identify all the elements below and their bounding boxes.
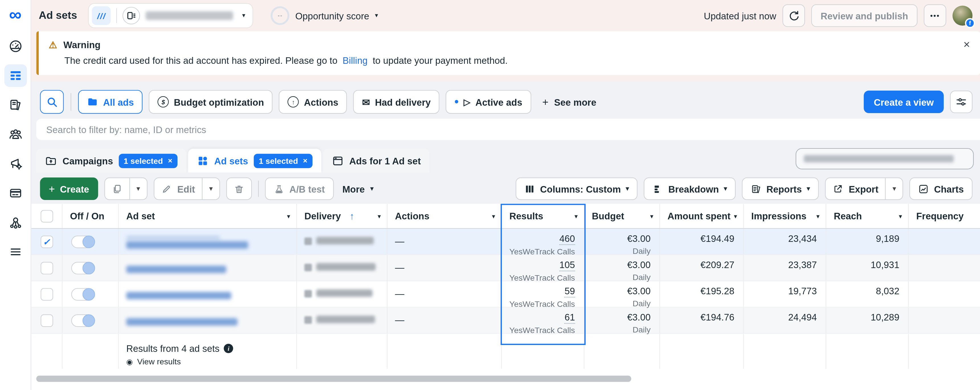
export-button-group: Export ▾ [825,177,904,200]
opportunity-score[interactable]: -- Opportunity score ▾ [271,6,378,25]
close-icon[interactable]: × [964,39,970,50]
reports-button[interactable]: Reports ▾ [742,177,819,200]
results-value-link[interactable]: 460 [559,232,575,245]
more-options-button[interactable]: ••• [924,4,947,27]
more-label: More [342,183,365,194]
campaigns-selected-badge[interactable]: 1 selected × [119,154,178,168]
ad-set-toggle[interactable] [71,288,95,300]
review-and-publish-button[interactable]: Review and publish [811,4,918,27]
refresh-button[interactable] [783,4,805,27]
header-reach[interactable]: Reach▾ [826,204,909,228]
results-value-link[interactable]: 105 [559,259,575,271]
results-value-link[interactable]: 61 [565,311,575,324]
horizontal-scrollbar[interactable] [36,376,631,382]
date-range-redacted [803,155,954,162]
more-menu-button[interactable]: More ▾ [340,183,376,194]
search-filter-button[interactable] [40,90,64,114]
create-button[interactable]: + Create [40,177,98,200]
see-more-button[interactable]: + See more [542,97,596,107]
edit-button[interactable]: Edit [154,178,202,199]
warning-title: Warning [64,39,100,50]
impressions-cell: 19,773 [744,281,826,307]
tab-campaigns[interactable]: Campaigns 1 selected × [36,149,186,172]
edit-dropdown[interactable]: ▾ [202,178,220,199]
filter-active-ads[interactable]: • ▷ Active ads [446,90,531,114]
sidebar-item-advertising-settings[interactable] [4,153,27,175]
sidebar-item-billing[interactable] [4,182,27,204]
header-actions[interactable]: Actions▾ [387,204,502,228]
sidebar-item-ads-reporting[interactable] [4,94,27,116]
tab-ads[interactable]: Ads for 1 Ad set [323,149,430,172]
ad-set-toggle[interactable] [71,261,95,274]
view-results-link[interactable]: ◉ View results [126,357,289,366]
select-all-checkbox[interactable] [40,210,53,222]
header-impressions[interactable]: Impressions▾ [744,204,826,228]
results-value-link[interactable]: 59 [565,285,575,298]
avatar[interactable]: f [952,6,972,25]
table-search-bar [36,119,980,140]
create-a-view-button[interactable]: Create a view [864,91,944,113]
sidebar-item-all-tools[interactable] [4,241,27,263]
filter-all-ads[interactable]: All ads [78,90,142,114]
charts-button[interactable]: Charts [910,177,973,200]
close-icon[interactable]: × [303,157,307,164]
date-range-selector[interactable] [796,148,974,169]
header-budget[interactable]: Budget▾ [584,204,660,228]
info-icon[interactable]: i [224,344,233,353]
folder-arrow-icon [45,155,57,167]
export-button[interactable]: Export [826,178,885,199]
header-ad-set[interactable]: Ad set▾ [119,204,297,228]
breakdown-button[interactable]: Breakdown ▾ [644,177,735,200]
duplicate-dropdown[interactable]: ▾ [129,178,146,199]
export-dropdown[interactable]: ▾ [885,178,903,199]
sidebar-item-business-apps[interactable] [4,212,27,234]
chevron-down-icon: ▾ [899,213,902,219]
account-selector[interactable]: /// ▾ [88,3,253,28]
reports-pages-icon [8,97,23,113]
filter-had-delivery[interactable]: ✉ Had delivery [353,90,439,114]
delivery-cell [297,255,387,280]
sidebar-item-audiences[interactable] [4,123,27,146]
chevron-down-icon: ▾ [816,213,819,219]
close-icon[interactable]: × [168,157,172,164]
impressions-cell: 24,494 [744,307,826,333]
columns-button[interactable]: Columns: Custom ▾ [515,177,638,200]
sidebar-item-ads-manager[interactable] [4,64,27,87]
divider [71,93,71,111]
row-checkbox-checked[interactable]: ✓ [40,235,53,248]
header-amount-spent[interactable]: Amount spent▾ [660,204,744,228]
sidebar-item-account-overview[interactable] [4,35,27,57]
ad-set-toggle[interactable] [71,314,95,326]
header-off-on[interactable]: Off / On [62,204,119,228]
level-tabs: Campaigns 1 selected × [36,146,980,172]
row-checkbox[interactable] [40,314,53,326]
tab-ad-sets[interactable]: Ad sets 1 selected × [188,149,321,172]
warning-text-after: to update your payment method. [372,55,508,65]
duplicate-button[interactable] [105,178,129,199]
delivery-status-redacted [316,316,375,323]
delete-button[interactable] [226,177,252,200]
view-settings-button[interactable] [950,91,973,113]
content-area: All ads $ Budget optimization ↑ Actions … [31,81,980,390]
table-header-row: Off / On Ad set▾ Delivery ↑ ▾ Actions▾ R [31,204,980,229]
tab-label: Ads for 1 Ad set [349,155,421,166]
adsets-selected-badge[interactable]: 1 selected × [254,154,312,168]
filter-actions[interactable]: ↑ Actions [279,90,347,114]
score-gauge-icon: -- [271,6,290,25]
ad-set-name-link-redacted[interactable] [126,318,238,326]
ab-test-button[interactable]: A/B test [265,177,334,200]
search-input[interactable] [36,124,980,134]
billing-link[interactable]: Billing [342,55,368,65]
ad-set-name-link-redacted[interactable] [126,266,226,273]
ad-set-toggle[interactable] [71,235,95,248]
header-frequency[interactable]: Frequency [909,204,980,228]
row-checkbox[interactable] [40,261,53,274]
header-delivery[interactable]: Delivery ↑ ▾ [297,204,387,228]
filter-label: All ads [103,97,134,107]
row-checkbox[interactable] [40,288,53,300]
filter-budget-optimization[interactable]: $ Budget optimization [149,90,273,114]
actions-cell: — [387,281,502,307]
ad-set-name-link-redacted[interactable] [126,292,231,299]
header-results[interactable]: Results▾ [502,204,585,228]
ad-set-name-link-redacted[interactable] [126,241,248,249]
